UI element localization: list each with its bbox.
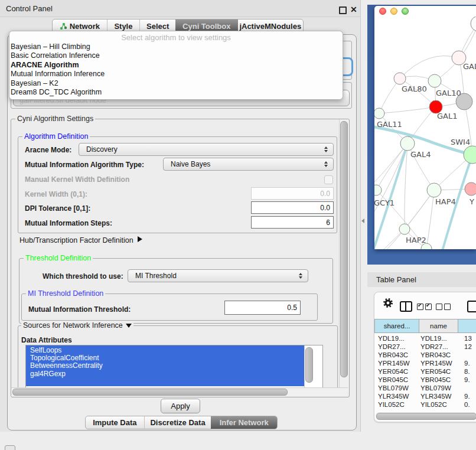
- table-cell: YLR345W: [378, 393, 409, 400]
- which-threshold-combo[interactable]: MI Threshold: [128, 269, 308, 282]
- table-hscrollbar[interactable]: [376, 412, 476, 419]
- control-panel-title: Control Panel: [6, 4, 53, 13]
- aracne-mode-label: Aracne Mode:: [25, 146, 71, 154]
- column-header-partial[interactable]: [458, 319, 476, 333]
- table-cell: YPR145W: [420, 360, 452, 367]
- table-cell: YIL052C: [420, 401, 447, 408]
- node-label: SWI4: [451, 138, 470, 146]
- table-cell: 12: [464, 343, 472, 350]
- aracne-mode-combo[interactable]: Discovery: [79, 143, 334, 156]
- table-cell: YIL052C: [378, 401, 405, 408]
- window-close-icon[interactable]: [379, 8, 386, 15]
- cyni-toolbox-panel: galFiltered.sif default node Cyni Algori…: [7, 34, 357, 431]
- table-cell: 9.: [464, 360, 470, 367]
- hub-definition-label[interactable]: Hub/Transcription Factor Definition: [19, 236, 133, 244]
- window-minimize-icon[interactable]: [390, 8, 397, 15]
- tab-impute-data[interactable]: Impute Data: [86, 416, 144, 429]
- mi-steps-field[interactable]: 6: [251, 216, 334, 229]
- popup-item[interactable]: Basic Correlation Inference: [11, 51, 100, 60]
- table-cell: 13: [464, 335, 472, 342]
- table-cell: YER054C: [420, 368, 451, 375]
- popup-item[interactable]: Dream8 DC_TDC Algorithm: [11, 88, 102, 96]
- node[interactable]: [400, 136, 415, 151]
- kernel-width-field[interactable]: 0.0: [251, 187, 334, 200]
- combo-arrows-icon: [299, 273, 302, 279]
- table-cell: YBL079W: [378, 384, 409, 392]
- settings-vscrollbar-thumb[interactable]: [340, 121, 348, 377]
- mi-threshold-field[interactable]: 0.5: [224, 301, 301, 315]
- apply-button[interactable]: Apply: [161, 399, 200, 413]
- mi-threshold-group-title: MI Threshold Definition: [26, 290, 105, 298]
- cyni-algorithm-settings-title: Cyni Algorithm Settings: [15, 115, 95, 123]
- popup-item[interactable]: Mutual Information Inference: [11, 70, 105, 78]
- table-cell: YDL19...: [420, 335, 447, 342]
- node[interactable]: [394, 73, 406, 84]
- network-graph[interactable]: GAL GAL80 GAL10 GAL1 GAL11 SWI4 GAL4 GCY…: [374, 17, 476, 249]
- threshold-definition-title: Threshold Definition: [24, 255, 93, 262]
- hub-expand-arrow-icon[interactable]: [138, 236, 142, 242]
- window-zoom-icon[interactable]: [402, 8, 409, 15]
- split-view-icon[interactable]: [400, 301, 412, 312]
- node[interactable]: [427, 183, 441, 197]
- kernel-width-label: Kernel Width (0,1):: [25, 190, 87, 198]
- manual-kernel-label: Manual Kernel Width Definition: [25, 175, 129, 184]
- which-threshold-label: Which threshold to use:: [43, 272, 123, 281]
- node-label: GAL1: [437, 112, 457, 120]
- dpi-tolerance-field[interactable]: 0.0: [251, 201, 334, 214]
- table-cell: 8.: [464, 368, 470, 375]
- list-item[interactable]: BetweennessCentrality: [30, 361, 103, 370]
- node[interactable]: [374, 185, 382, 195]
- checked-checkbox-icon[interactable]: [425, 304, 432, 310]
- table-panel-title: Table Panel: [376, 275, 416, 284]
- network-view-background: GAL GAL80 GAL10 GAL1 GAL11 SWI4 GAL4 GCY…: [367, 5, 476, 265]
- node-label: GAL4: [410, 150, 431, 159]
- tab-infer-network[interactable]: Infer Network: [211, 416, 277, 429]
- mi-type-combo[interactable]: Naive Bayes: [163, 158, 334, 171]
- close-icon[interactable]: ✕: [350, 5, 357, 14]
- node-table: shared... name YDL19... YDL19... 13 YDR2…: [374, 319, 476, 413]
- settings-hscrollbar-thumb[interactable]: [12, 389, 288, 396]
- float-window-icon[interactable]: [339, 6, 347, 14]
- popup-item-selected[interactable]: ARACNE Algorithm: [11, 61, 79, 69]
- column-header-name[interactable]: name: [419, 319, 458, 333]
- table-cell: YER054C: [378, 368, 408, 375]
- gear-icon[interactable]: [383, 298, 393, 308]
- checked-checkbox-icon[interactable]: [417, 304, 423, 310]
- mi-steps-label: Mutual Information Steps:: [25, 219, 112, 227]
- splitter-collapse-icon[interactable]: [361, 219, 364, 223]
- minimized-panel-icon[interactable]: [5, 445, 15, 450]
- network-window: GAL GAL80 GAL10 GAL1 GAL11 SWI4 GAL4 GCY…: [374, 6, 476, 249]
- node[interactable]: [374, 108, 384, 119]
- control-panel-titlebar: Control Panel ✕: [0, 0, 360, 17]
- unchecked-checkbox-icon[interactable]: [444, 304, 451, 310]
- algorithm-select-popup: Select algorithm to view settings Bayesi…: [9, 31, 343, 100]
- table-cell: YDL19...: [378, 335, 405, 342]
- data-attributes-label: Data Attributes: [21, 336, 72, 344]
- node[interactable]: [399, 224, 410, 234]
- column-header-shared-name[interactable]: shared...: [374, 319, 419, 333]
- mi-type-label: Mutual Information Algorithm Type:: [25, 161, 144, 169]
- popup-item[interactable]: Bayesian – K2: [11, 79, 58, 87]
- node-label: GAL10: [436, 89, 461, 97]
- table-hscrollbar-thumb[interactable]: [376, 413, 476, 420]
- sources-group-title: Sources for Network Inference: [21, 322, 133, 330]
- manual-kernel-checkbox[interactable]: [324, 175, 333, 184]
- list-item[interactable]: SelfLoops: [30, 346, 61, 354]
- table-panel-titlebar: Table Panel: [367, 272, 476, 287]
- node[interactable]: [428, 74, 441, 87]
- mi-threshold-label: Mutual Information Threshold:: [28, 305, 131, 314]
- combo-arrows-icon: [324, 146, 328, 152]
- node[interactable]: [471, 17, 476, 31]
- list-item[interactable]: TopologicalCoefficient: [30, 354, 99, 362]
- list-item[interactable]: gal4RGexp: [30, 370, 66, 378]
- sources-collapse-arrow-icon[interactable]: [126, 324, 132, 328]
- unchecked-checkbox-icon[interactable]: [436, 304, 442, 310]
- app-root: Control Panel ✕ Network Style Select Cyn…: [0, 0, 476, 450]
- node[interactable]: [465, 182, 476, 195]
- tab-discretize-data[interactable]: Discretize Data: [144, 416, 211, 429]
- table-icon[interactable]: [467, 301, 476, 312]
- popup-item[interactable]: Bayesian – Hill Climbing: [11, 43, 90, 51]
- data-attributes-list[interactable]: SelfLoops TopologicalCoefficient Between…: [25, 345, 323, 388]
- algorithm-definition-title: Algorithm Definition: [22, 133, 90, 141]
- list-scrollbar-thumb[interactable]: [305, 347, 313, 383]
